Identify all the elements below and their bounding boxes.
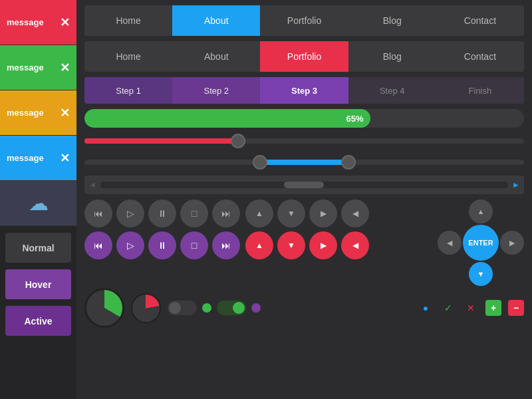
knob-small[interactable]	[131, 293, 161, 323]
nav2-home[interactable]: Home	[84, 41, 172, 72]
btn-normal[interactable]: Normal	[5, 233, 71, 263]
dir-up[interactable]: ▲	[245, 200, 273, 227]
btn-rewind[interactable]: ⏮	[84, 200, 112, 227]
nav1-contact[interactable]: Contact	[436, 5, 524, 36]
btn-play[interactable]: ▷	[116, 200, 144, 227]
dpad-up[interactable]: ▲	[469, 200, 493, 223]
toggle-on[interactable]	[217, 301, 246, 315]
nav2-blog[interactable]: Blog	[348, 41, 436, 72]
dir-normal-row: ▲ ▼ ▶ ◀	[245, 200, 369, 227]
alert-red-text: message	[7, 17, 44, 27]
sidebar: message ✕ message ✕ message ✕ message ✕ …	[0, 0, 76, 399]
cloud-icon: ☁	[29, 192, 49, 215]
alert-yellow-close[interactable]: ✕	[60, 106, 70, 120]
step-1[interactable]: Step 1	[84, 77, 172, 104]
stepper: Step 1 Step 2 Step 3 Step 4 Finish	[84, 77, 524, 104]
dir-down[interactable]: ▼	[277, 200, 305, 227]
toggle-off[interactable]	[168, 301, 197, 315]
dpad-right[interactable]: ▶	[500, 231, 524, 255]
btn-rewind-hover[interactable]: ⏮	[84, 231, 112, 259]
alert-red[interactable]: message ✕	[0, 0, 76, 45]
slider-red-thumb[interactable]	[231, 134, 245, 148]
slider-blue-right-thumb[interactable]	[341, 155, 356, 170]
alert-green[interactable]: message ✕	[0, 45, 76, 90]
alert-blue-close[interactable]: ✕	[60, 151, 70, 166]
slider-blue-track[interactable]	[84, 160, 524, 165]
btn-minus[interactable]: −	[508, 300, 524, 316]
media-normal-row: ⏮ ▷ ⏸ □ ⏭	[84, 200, 240, 227]
nav1-blog[interactable]: Blog	[348, 5, 436, 36]
toggle-off-thumb	[169, 302, 181, 314]
dir-down-red[interactable]: ▼	[277, 231, 305, 259]
dir-up-red[interactable]: ▲	[245, 231, 273, 259]
dir-left-red[interactable]: ◀	[341, 231, 369, 259]
btn-stop-hover[interactable]: □	[180, 231, 208, 259]
nav2-contact[interactable]: Contact	[436, 41, 524, 72]
controls-area: ⏮ ▷ ⏸ □ ⏭ ⏮ ▷ ⏸ □ ⏭ ▲ ▼ ▶ ◀	[84, 200, 524, 286]
indicator-blue: ●	[418, 300, 434, 316]
btn-active[interactable]: Active	[5, 306, 71, 336]
btn-hover[interactable]: Hover	[5, 269, 71, 299]
media-section: ⏮ ▷ ⏸ □ ⏭ ⏮ ▷ ⏸ □ ⏭	[84, 200, 240, 259]
slider-blue-fill	[260, 160, 348, 165]
alert-green-text: message	[7, 63, 44, 72]
nav1-portfolio[interactable]: Portfolio	[260, 5, 348, 36]
step-finish[interactable]: Finish	[436, 77, 524, 104]
btn-pause[interactable]: ⏸	[148, 200, 176, 227]
btn-play-hover[interactable]: ▷	[116, 231, 144, 259]
dir-red-row: ▲ ▼ ▶ ◀	[245, 231, 369, 259]
dir-right[interactable]: ▶	[309, 200, 337, 227]
progress-fill: 65%	[84, 109, 370, 128]
btn-check[interactable]: ✓	[440, 300, 456, 316]
btn-plus[interactable]: +	[485, 300, 501, 316]
scroll-thumb[interactable]	[284, 182, 324, 188]
main-content: Home About Portfolio Blog Contact Home A…	[76, 0, 532, 399]
dot-green	[202, 303, 211, 313]
scroll-right-arrow[interactable]: ►	[512, 180, 520, 190]
step-4[interactable]: Step 4	[348, 77, 436, 104]
progress-bar: 65%	[84, 109, 524, 128]
nav-bar-1: Home About Portfolio Blog Contact	[84, 5, 524, 36]
step-3[interactable]: Step 3	[260, 77, 348, 104]
alert-yellow[interactable]: message ✕	[0, 90, 76, 136]
toggle-on-thumb	[233, 302, 245, 314]
dpad-down[interactable]: ▼	[469, 262, 493, 286]
dot-purple	[251, 303, 261, 313]
bottom-row: ● ✓ ✕ + −	[84, 291, 524, 325]
nav2-portfolio[interactable]: Portfolio	[260, 41, 348, 72]
slider-red-track[interactable]	[84, 138, 524, 144]
scroll-track[interactable]	[100, 182, 508, 188]
btn-x[interactable]: ✕	[463, 300, 479, 316]
dpad-enter[interactable]: ENTER	[463, 225, 499, 261]
alert-red-close[interactable]: ✕	[60, 15, 70, 30]
slider-red-row	[84, 133, 524, 149]
alert-yellow-text: message	[7, 108, 44, 118]
btn-fastforward-hover[interactable]: ⏭	[212, 231, 240, 259]
cloud-item: ☁	[0, 181, 76, 226]
nav1-home[interactable]: Home	[84, 5, 172, 36]
dpad: ▲ ◀ ENTER ▶ ▼	[438, 200, 524, 286]
alert-blue[interactable]: message ✕	[0, 136, 76, 181]
step-2[interactable]: Step 2	[172, 77, 260, 104]
dir-right-red[interactable]: ▶	[309, 231, 337, 259]
nav1-about[interactable]: About	[172, 5, 260, 36]
btn-stop[interactable]: □	[180, 200, 208, 227]
btn-fastforward[interactable]: ⏭	[212, 200, 240, 227]
btn-pause-hover[interactable]: ⏸	[148, 231, 176, 259]
dir-left[interactable]: ◀	[341, 200, 369, 227]
scroll-left-arrow[interactable]: ◄	[88, 180, 96, 190]
dpad-left[interactable]: ◀	[438, 231, 462, 255]
progress-label: 65%	[346, 114, 364, 124]
alert-green-close[interactable]: ✕	[60, 61, 70, 75]
slider-blue-row	[84, 154, 524, 170]
dir-section: ▲ ▼ ▶ ◀ ▲ ▼ ▶ ◀	[245, 200, 369, 259]
alert-blue-text: message	[7, 153, 44, 163]
slider-blue-left-thumb[interactable]	[253, 155, 267, 170]
toggle-group	[168, 301, 261, 315]
slider-red-fill	[84, 138, 238, 144]
knob-main[interactable]	[84, 288, 124, 328]
scrollbar: ◄ ►	[84, 176, 524, 194]
media-hover-row: ⏮ ▷ ⏸ □ ⏭	[84, 231, 240, 259]
nav2-about[interactable]: About	[172, 41, 260, 72]
nav-bar-2: Home About Portfolio Blog Contact	[84, 41, 524, 72]
